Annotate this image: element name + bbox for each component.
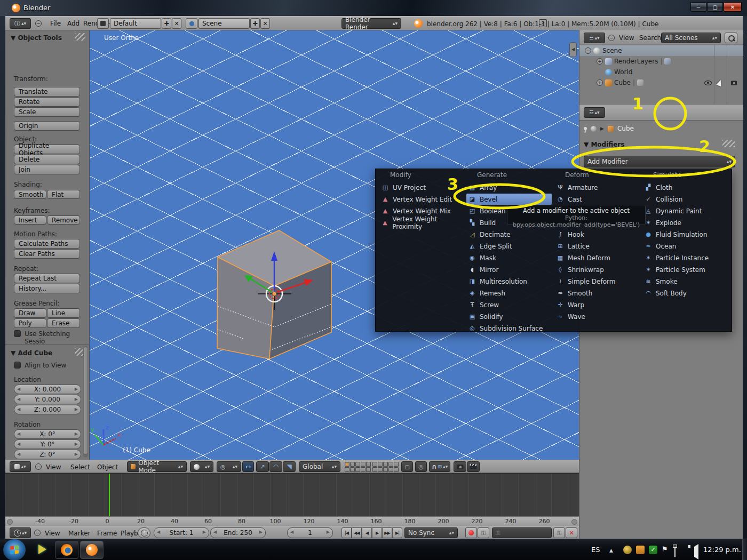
- rotate-button[interactable]: Rotate: [14, 97, 80, 107]
- layer-toggle[interactable]: [355, 462, 360, 467]
- rotation-x-field[interactable]: ◀X: 0°▶: [14, 429, 81, 439]
- menu-add[interactable]: Add: [67, 17, 80, 30]
- outliner-row-world[interactable]: World: [579, 67, 743, 77]
- search-button[interactable]: [725, 33, 737, 43]
- tray-clock-app-icon[interactable]: [636, 546, 645, 554]
- modifier-explode[interactable]: ✶Explode: [642, 217, 728, 228]
- play-button[interactable]: ▶: [372, 527, 382, 538]
- modifier-mesh-deform[interactable]: ▦Mesh Deform: [554, 252, 640, 263]
- object-tools-panel-header[interactable]: ▼ Object Tools: [11, 34, 62, 42]
- layer-toggle[interactable]: [383, 467, 388, 472]
- lock-camera-button[interactable]: ▢: [401, 461, 413, 472]
- outliner-menu-search[interactable]: Search: [639, 31, 661, 45]
- outliner-row-cube[interactable]: +Cube|: [579, 77, 743, 88]
- transform-orientation-select[interactable]: Global▲▼: [299, 461, 340, 472]
- modifier-subdivision-surface[interactable]: ◎Subdivision Surface: [466, 323, 552, 334]
- history--button[interactable]: History...: [14, 284, 80, 293]
- draw-button[interactable]: Draw: [14, 308, 46, 318]
- line-button[interactable]: Line: [47, 308, 80, 318]
- modifier-smooth[interactable]: ≈Smooth: [554, 287, 640, 299]
- minimize-button[interactable]: ─: [690, 2, 706, 12]
- media-player-icon[interactable]: [38, 545, 46, 554]
- translate-button[interactable]: Translate: [14, 87, 80, 97]
- modifier-array[interactable]: ▦Array: [466, 182, 552, 193]
- origin-button[interactable]: Origin: [14, 121, 80, 131]
- maximize-button[interactable]: ▢: [707, 2, 723, 12]
- modifier-edge-split[interactable]: ◭Edge Split: [466, 241, 552, 252]
- calculate-paths-button[interactable]: Calculate Paths: [14, 239, 80, 249]
- collapse-menus-icon[interactable]: −: [34, 530, 41, 536]
- collapse-menus-icon[interactable]: −: [35, 20, 42, 27]
- rotation-z-field[interactable]: ◀Z: 0°▶: [14, 450, 81, 459]
- viewport-menu-view[interactable]: View: [46, 460, 61, 474]
- location-z-field[interactable]: ◀Z: 0.000▶: [14, 405, 81, 414]
- modifier-uv-project[interactable]: ◫UV Project: [379, 182, 465, 193]
- modifier-armature[interactable]: ΨArmature: [554, 182, 640, 193]
- tray-check-icon[interactable]: ✓: [649, 546, 657, 554]
- modifier-warp[interactable]: ✛Warp: [554, 299, 640, 310]
- modifier-particle-system[interactable]: ✶Particle System: [642, 264, 728, 275]
- modifier-solidify[interactable]: ▣Solidify: [466, 311, 552, 322]
- keying-set-field[interactable]: ⚿: [492, 527, 552, 538]
- layer-toggle[interactable]: [372, 467, 377, 472]
- modifier-ocean[interactable]: ≈Ocean: [642, 241, 728, 252]
- layer-toggle[interactable]: [345, 467, 349, 472]
- layer-toggle[interactable]: [388, 462, 393, 467]
- modifiers-panel-header[interactable]: ▼ Modifiers: [584, 141, 624, 148]
- minus-expander-icon[interactable]: −: [585, 47, 591, 54]
- layer-toggle[interactable]: [388, 467, 393, 472]
- modifier-cloth[interactable]: ▞Cloth: [642, 182, 728, 193]
- use-sketching-session-checkbox[interactable]: [14, 330, 21, 337]
- duplicate-objects-button[interactable]: Duplicate Objects: [14, 145, 80, 154]
- join-button[interactable]: Join: [14, 165, 80, 174]
- frame-start-field[interactable]: ◀Start: 1▶: [154, 527, 209, 538]
- insert-keyframe-button[interactable]: ⚿: [553, 527, 565, 538]
- menu-file[interactable]: File: [50, 17, 61, 30]
- timeline-ruler[interactable]: -40-200204060801001201401601802002202402…: [5, 516, 579, 526]
- renderability-camera-icon[interactable]: [731, 81, 737, 85]
- modifier-particle-instance[interactable]: ✶Particle Instance: [642, 252, 728, 263]
- scrollbar-thumb[interactable]: [84, 347, 88, 454]
- current-frame-line[interactable]: [109, 474, 110, 516]
- layer-toggle[interactable]: [383, 462, 388, 467]
- editor-type-button[interactable]: ⓘ▲▼: [10, 18, 31, 29]
- delete-button[interactable]: Delete: [14, 155, 80, 164]
- add-cube-panel-header[interactable]: ▼ Add Cube: [11, 349, 52, 357]
- close-button[interactable]: ✕: [724, 2, 742, 12]
- layer-toggle[interactable]: [361, 467, 365, 472]
- viewport-menu-object[interactable]: Object: [97, 460, 118, 474]
- layer-toggle[interactable]: [378, 467, 383, 472]
- plus-expander-icon[interactable]: +: [597, 79, 603, 86]
- pivot-select[interactable]: ◎ ▲▼: [217, 461, 241, 472]
- action-center-flag-icon[interactable]: ⚑: [662, 546, 670, 554]
- modifier-remesh[interactable]: ◈Remesh: [466, 287, 552, 299]
- collapse-menus-icon[interactable]: −: [35, 463, 42, 470]
- modifier-soft-body[interactable]: ◠Soft Body: [642, 287, 728, 299]
- taskbar-firefox-button[interactable]: [55, 541, 78, 559]
- modifier-multiresolution[interactable]: ◨Multiresolution: [466, 276, 552, 287]
- manipulator-rotate-button[interactable]: ◠: [269, 461, 282, 472]
- editor-type-button[interactable]: ▲▼: [10, 527, 31, 538]
- insert-button[interactable]: Insert: [14, 215, 46, 225]
- manipulator-scale-button[interactable]: ◥: [283, 461, 296, 472]
- manipulator-toggle[interactable]: ↔: [242, 461, 254, 472]
- selectability-cursor-icon[interactable]: [716, 79, 724, 87]
- panel-drag-grip[interactable]: [75, 33, 85, 41]
- display-scope-select[interactable]: All Scenes▲▼: [661, 33, 721, 43]
- layer-toggle[interactable]: [361, 462, 365, 467]
- scene-browse-button[interactable]: [186, 18, 197, 29]
- modifier-screw[interactable]: ŦScrew: [466, 299, 552, 310]
- modifier-smoke[interactable]: ≋Smoke: [642, 276, 728, 287]
- viewport-menu-select[interactable]: Select: [70, 460, 90, 474]
- repeat-last-button[interactable]: Repeat Last: [14, 274, 80, 283]
- scrollbar-cap[interactable]: [7, 519, 13, 525]
- modifier-wave[interactable]: ≈Wave: [554, 311, 640, 322]
- jump-to-start-button[interactable]: |◀: [341, 527, 352, 538]
- sync-mode-select[interactable]: No Sync▲▼: [404, 527, 458, 538]
- panel-drag-grip[interactable]: [722, 140, 735, 147]
- flat-button[interactable]: Flat: [47, 190, 80, 199]
- volume-icon[interactable]: [688, 547, 697, 555]
- render-opengl-button[interactable]: [454, 461, 466, 472]
- scale-button[interactable]: Scale: [14, 107, 80, 117]
- modifier-mask[interactable]: ◉Mask: [466, 252, 552, 263]
